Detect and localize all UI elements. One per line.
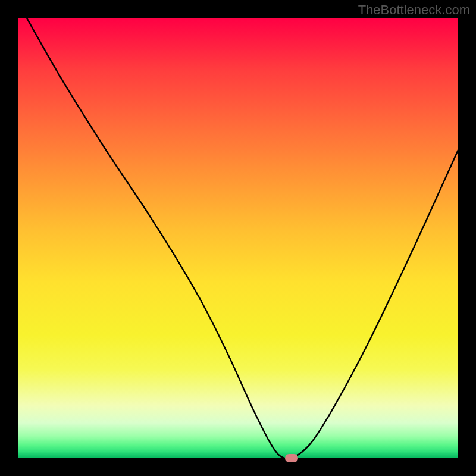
chart-container: TheBottleneck.com: [0, 0, 476, 476]
watermark-text: TheBottleneck.com: [358, 2, 470, 18]
bottleneck-curve: [27, 18, 458, 458]
optimum-marker: [285, 454, 298, 463]
plot-area: [18, 18, 458, 458]
curve-svg: [18, 18, 458, 458]
